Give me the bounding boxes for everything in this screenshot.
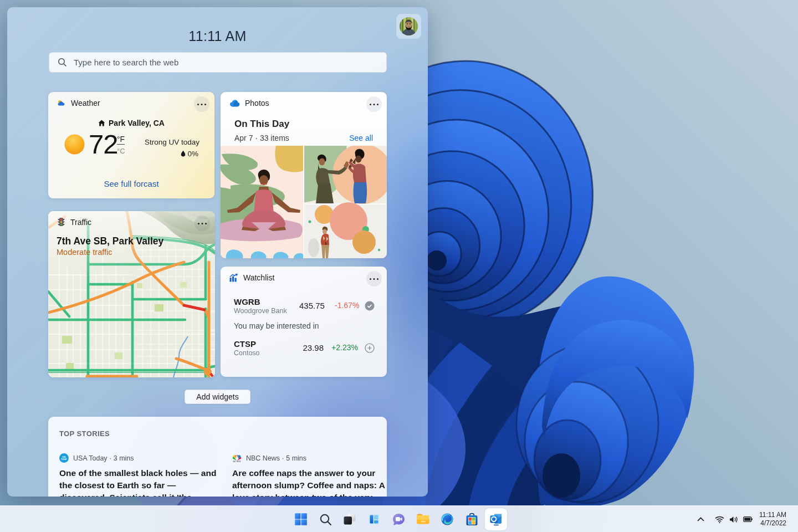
svg-text:TODAY: TODAY <box>61 458 68 461</box>
svg-text:NBC NEWS: NBC NEWS <box>233 461 241 463</box>
